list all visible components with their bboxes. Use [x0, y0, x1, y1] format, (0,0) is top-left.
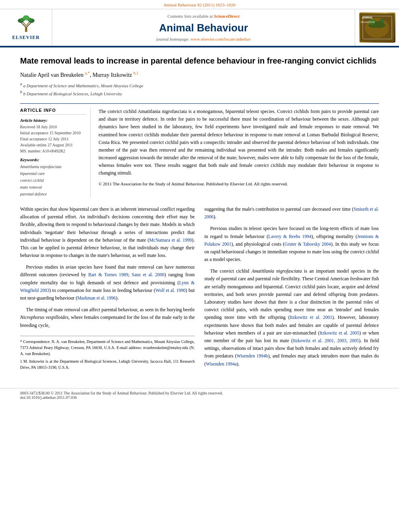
abstract-column: The convict cichlid Amatitlania nigrofas… [99, 108, 379, 197]
elsevier-tree-icon [14, 15, 38, 33]
article-info-header: ARTICLE INFO [20, 108, 86, 115]
body-para-4: suggesting that the male's contribution … [204, 205, 379, 221]
journal-title: Animal Behaviour [159, 22, 248, 34]
affil-letter-b: b [20, 90, 22, 94]
body-text: Within species that show biparental care… [20, 205, 379, 372]
abstract-text: The convict cichlid Amatitlania nigrofas… [99, 108, 379, 187]
ref-sanz: Sanz et al. 2000 [132, 272, 165, 277]
svg-point-13 [380, 18, 385, 23]
svg-point-12 [369, 18, 375, 25]
authors-line: Natalie April van Breukelen a,*, Murray … [20, 71, 379, 78]
animal-image-block: ANIMAL BEHAVIOUR [355, 9, 399, 46]
affil-sup-a: a,* [85, 71, 90, 75]
bottom-bar: 0003-3472/$38.00 © 2011 The Association … [0, 388, 399, 402]
svg-text:ANIMAL: ANIMAL [362, 16, 373, 19]
keyword-4: mate removal [20, 185, 42, 189]
affiliations: a a Department of Science and Mathematic… [20, 81, 379, 97]
bottom-doi: doi:10.1016/j.anbehav.2011.07.036 [20, 395, 379, 400]
keywords-list: Amatitlania nigrofasciata biparental car… [20, 163, 86, 197]
keyword-1: Amatitlania nigrofasciata [20, 164, 62, 169]
ref-itzkowitz-2005: Itzkowitz et al. 2005 [319, 331, 359, 335]
svg-point-9 [23, 15, 29, 20]
bottom-copyright: 0003-3472/$38.00 © 2011 The Association … [20, 391, 379, 395]
body-para-6: The convict cichlid Amatitlania nigrofas… [204, 267, 379, 368]
article-content: Mate removal leads to increase in parent… [0, 47, 399, 380]
ref-bart: Bart & Tornes 1989 [88, 272, 128, 277]
journal-reference-bar: Animal Behaviour 82 (2011) 1023–1026 [0, 0, 399, 9]
journal-center: Contents lists available at ScienceDirec… [52, 9, 355, 46]
ref-wisenden-1994b: Wisenden 1994b [237, 353, 268, 358]
ref-wisenden-1994a: Wisenden 1994a [206, 362, 237, 366]
article-info-abstract: ARTICLE INFO Article history: Received 1… [20, 103, 379, 197]
body-left-column: Within species that show biparental care… [20, 205, 195, 372]
article-title: Mate removal leads to increase in parent… [20, 55, 379, 66]
footnote-1: * Correspondence: N. A. van Breukelen, D… [20, 339, 195, 357]
affil-sup-b: b,1 [134, 71, 139, 75]
journal-ref-text: Animal Behaviour 82 (2011) 1023–1026 [163, 2, 235, 7]
ref-markman: Markman et al. 1996 [77, 296, 116, 300]
final-acceptance: Final acceptance 12 July 2011 [20, 137, 69, 141]
ref-gruter: Gruter & Taborsky 2004 [284, 242, 331, 246]
sciencedirect-prefix: Contents lists available at [167, 14, 214, 18]
svg-rect-10 [360, 14, 394, 42]
svg-text:BEHAVIOUR: BEHAVIOUR [361, 21, 375, 23]
svg-rect-0 [25, 27, 27, 32]
body-para-3: The timing of mate removal can affect pa… [20, 306, 195, 329]
footnotes: * Correspondence: N. A. van Breukelen, D… [20, 336, 195, 370]
elsevier-label: ELSEVIER [12, 35, 40, 41]
initial-acceptance: Initial acceptance 15 September 2010 [20, 131, 81, 135]
footnote-2: 1 M. Itzkowitz is at the Department of B… [20, 358, 195, 370]
affil-a-text: a Department of Science and Mathematics,… [23, 83, 143, 88]
svg-line-4 [26, 21, 30, 26]
body-para-2: Previous studies in avian species have f… [20, 263, 195, 302]
homepage-url[interactable]: www.elsevier.com/locate/anbehav [190, 37, 251, 41]
affil-b-text: b Department of Biological Sciences, Leh… [23, 91, 122, 96]
journal-homepage: journal homepage: www.elsevier.com/locat… [156, 37, 251, 41]
body-right-column: suggesting that the male's contribution … [204, 205, 379, 372]
journal-header: ELSEVIER Contents lists available at Sci… [0, 9, 399, 47]
ref-lavery: Lavery & Reebs 1994 [268, 234, 311, 239]
abstract-body: The convict cichlid Amatitlania nigrofas… [99, 109, 379, 176]
body-para-1: Within species that show biparental care… [20, 205, 195, 259]
available-online: Available online 27 August 2011 [20, 143, 73, 147]
abstract-copyright: © 2011 The Association for the Study of … [99, 181, 379, 188]
sciencedirect-link[interactable]: ScienceDirect [214, 14, 240, 18]
elsevier-logo-block: ELSEVIER [0, 9, 52, 46]
ref-mcnamara: McNamara et al. 1999 [149, 238, 192, 242]
body-para-5: Previous studies in teleost species have… [204, 225, 379, 263]
sciencedirect-line: Contents lists available at ScienceDirec… [167, 14, 239, 18]
affil-letter-a: a [20, 82, 22, 86]
article-history: Received 18 July 2010 Initial acceptance… [20, 124, 86, 154]
ref-wolf: Wolf et al. 1990 [155, 288, 185, 293]
ref-itzkowitz-2001a: Itzkowitz et al. 2001 [290, 315, 332, 320]
keyword-5: parental defence [20, 192, 47, 196]
keyword-3: convict cichlid [20, 178, 44, 183]
ref-itzkowitz-2001b: Itzkowitz et al. 2001, 2003, 2005 [293, 338, 359, 343]
ref-smiseth: Smiseth et al. 2006 [204, 207, 379, 219]
ms-number: MS. number: A10-00492R2 [20, 149, 65, 153]
article-info-column: ARTICLE INFO Article history: Received 1… [20, 108, 90, 197]
animal-cover-art: ANIMAL BEHAVIOUR [360, 14, 394, 42]
svg-line-3 [23, 21, 26, 26]
animal-image: ANIMAL BEHAVIOUR [359, 12, 395, 43]
received-date: Received 18 July 2010 [20, 125, 57, 129]
keywords-label: Keywords: [20, 157, 86, 162]
keyword-2: biparental care [20, 171, 45, 176]
history-label: Article history: [20, 118, 86, 123]
svg-point-11 [365, 18, 389, 38]
